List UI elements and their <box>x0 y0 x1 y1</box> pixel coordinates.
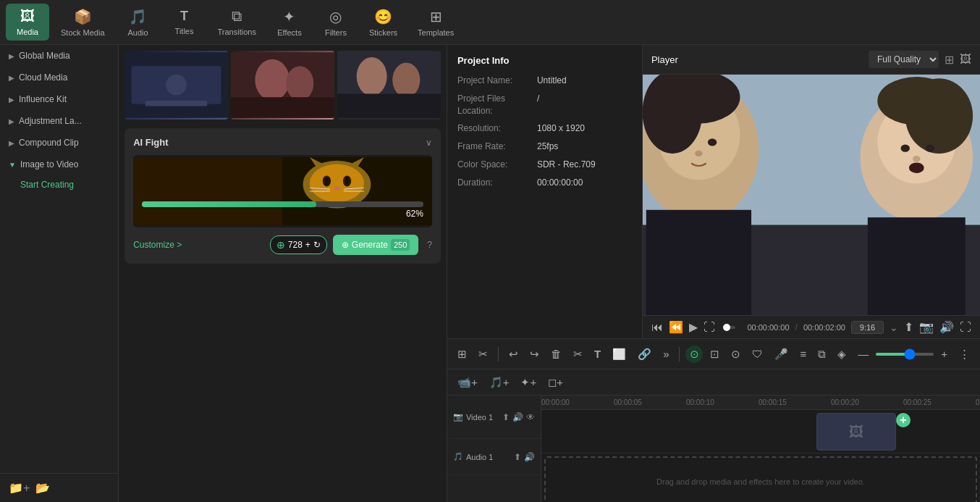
generate-button[interactable]: ⊕ Generate 250 <box>333 235 418 255</box>
transitions-icon: ⧉ <box>232 8 242 25</box>
nav-templates[interactable]: ⊞ Templates <box>409 4 462 41</box>
voice-tool[interactable]: 🎤 <box>770 345 793 364</box>
svg-point-5 <box>255 59 290 101</box>
upload-track-icon[interactable]: ⬆ <box>502 412 510 422</box>
nav-stock-media[interactable]: 📦 Stock Media <box>52 4 114 41</box>
more-options-button[interactable]: ⋮ <box>955 345 974 364</box>
nav-filters[interactable]: ◎ Filters <box>314 4 358 41</box>
credits-icon: ⊕ <box>276 239 285 251</box>
player-controls-bar: ⏮ ⏪ ▶ ⛶ 00:00:00:00 / 00:00:02:00 ⌄ <box>643 315 980 338</box>
nav-titles[interactable]: T Titles <box>163 4 206 40</box>
save-frame-button[interactable]: ⬆ <box>904 320 913 334</box>
framerate-row: Frame Rate: 25fps <box>457 141 632 153</box>
text-tool[interactable]: T <box>590 345 605 363</box>
customize-button[interactable]: Customize > <box>133 240 182 250</box>
more-tools-button[interactable]: » <box>659 345 673 363</box>
sidebar-collapse-button[interactable]: ‹ <box>118 259 119 288</box>
grid-view-icon[interactable]: ⊞ <box>945 53 954 67</box>
redo-button[interactable]: ↪ <box>525 345 544 364</box>
ai-tool[interactable]: ⊙ <box>727 345 745 364</box>
mute-track-icon[interactable]: 🔊 <box>512 412 523 422</box>
player-progress-thumb <box>723 324 730 331</box>
fps-display[interactable] <box>851 321 884 334</box>
prev-frame-button[interactable]: ⏮ <box>651 321 663 334</box>
new-folder-icon[interactable]: 📂 <box>35 481 50 495</box>
mute-audio-icon[interactable]: 🔊 <box>524 452 535 462</box>
add-audio-track-icon[interactable]: 🎵+ <box>485 373 514 392</box>
sidebar-item-cloud-media[interactable]: ▶ Cloud Media <box>0 67 118 88</box>
settings-button[interactable]: ⛶ <box>960 321 971 334</box>
link-tool[interactable]: 🔗 <box>633 345 656 364</box>
quality-select[interactable]: Full Quality 1/2 Quality 1/4 Quality <box>869 51 939 68</box>
add-compound-icon[interactable]: ◻+ <box>544 373 567 392</box>
sidebar-item-image-to-video[interactable]: ▼ Image to Video <box>0 154 118 175</box>
player-video-area <box>643 75 980 315</box>
sidebar-item-compound-clip[interactable]: ▶ Compound Clip <box>0 132 118 154</box>
sidebar-item-influence-kit[interactable]: ▶ Influence Kit <box>0 88 118 110</box>
player-progress-track[interactable] <box>727 326 735 329</box>
delete-button[interactable]: 🗑 <box>546 345 566 363</box>
crop-tool[interactable]: ⬜ <box>608 345 630 364</box>
track-area: 📷 Video 1 ⬆ 🔊 👁 🎵 Audio 1 ⬆ � <box>447 396 980 502</box>
zoom-slider[interactable] <box>876 353 934 356</box>
nav-stickers[interactable]: 😊 Stickers <box>360 4 406 41</box>
eye-track-icon[interactable]: 👁 <box>526 412 535 422</box>
zoom-out-button[interactable]: — <box>853 345 873 363</box>
svg-point-45 <box>913 156 920 162</box>
player-top-bar: Player Full Quality 1/2 Quality 1/4 Qual… <box>643 45 980 75</box>
ai-panel-preview: 62% <box>133 155 432 227</box>
credits-badge[interactable]: ⊕ 728 + ↻ <box>270 235 327 254</box>
ripple-tool[interactable]: ✂ <box>474 345 492 364</box>
clip-thumbnail-icon: 🖼 <box>849 424 863 440</box>
nav-effects[interactable]: ✦ Effects <box>268 4 311 41</box>
ai-progress-overlay: 62% <box>142 201 423 219</box>
video-clip[interactable]: 🖼 <box>816 413 896 451</box>
snap-button[interactable]: ⊙ <box>685 346 703 363</box>
sidebar-sub-item-start-creating[interactable]: Start Creating <box>0 175 118 194</box>
volume-button[interactable]: 🔊 <box>939 320 954 334</box>
help-icon[interactable]: ? <box>427 240 432 250</box>
subtitle-tool[interactable]: ≡ <box>795 345 811 363</box>
snapshot-button[interactable]: 📷 <box>919 320 934 334</box>
undo-button[interactable]: ↩ <box>504 345 523 364</box>
add-video-track-icon[interactable]: 📹+ <box>453 373 482 392</box>
svg-point-42 <box>877 77 955 125</box>
mask-tool[interactable]: 🛡 <box>748 345 767 363</box>
cut-button[interactable]: ✂ <box>569 345 587 364</box>
drop-zone[interactable]: Drag and drop media and effects here to … <box>544 456 977 502</box>
nav-transitions[interactable]: ⧉ Transitions <box>209 4 265 41</box>
nav-audio[interactable]: 🎵 Audio <box>117 4 160 41</box>
media-thumb-3[interactable] <box>337 51 441 120</box>
add-folder-icon[interactable]: 📁+ <box>9 481 30 495</box>
add-clip-button[interactable]: + <box>896 413 911 427</box>
svg-point-21 <box>325 177 329 185</box>
add-effect-track-icon[interactable]: ✦+ <box>516 373 541 392</box>
upload-audio-icon[interactable]: ⬆ <box>514 452 521 462</box>
fullscreen-button[interactable]: ⛶ <box>704 321 715 334</box>
svg-rect-11 <box>337 93 441 117</box>
arrow-expanded-icon: ▼ <box>9 161 16 169</box>
project-name-row: Project Name: Untitled <box>457 75 632 87</box>
image-view-icon[interactable]: 🖼 <box>960 53 971 66</box>
transition-timeline-tool[interactable]: ⧉ <box>814 345 830 364</box>
segment-tool[interactable]: ⊞ <box>453 345 471 364</box>
titles-icon: T <box>180 9 188 24</box>
chevron-fps-icon[interactable]: ⌄ <box>890 322 898 333</box>
duration-row: Duration: 00:00:00:00 <box>457 177 632 189</box>
zoom-in-button[interactable]: + <box>937 345 952 363</box>
nav-media[interactable]: 🖼 Media <box>6 4 49 41</box>
video-track-drop-zone[interactable]: 🖼 + <box>541 410 980 453</box>
sidebar-item-global-media[interactable]: ▶ Global Media <box>0 45 118 67</box>
refresh-icon[interactable]: ↻ <box>313 240 321 250</box>
play-button[interactable]: ▶ <box>689 320 698 334</box>
svg-point-44 <box>926 144 934 151</box>
media-thumb-2[interactable] <box>231 51 334 120</box>
sidebar-item-adjustment-layer[interactable]: ▶ Adjustment La... <box>0 110 118 132</box>
ai-panel-close-button[interactable]: ∨ <box>426 138 432 148</box>
progress-bar-background <box>142 201 423 207</box>
media-thumb-1[interactable] <box>124 51 228 120</box>
player-section: Player Full Quality 1/2 Quality 1/4 Qual… <box>643 45 980 338</box>
keyframe-tool[interactable]: ◈ <box>833 345 850 364</box>
split-tool[interactable]: ⊡ <box>706 345 724 364</box>
play-reverse-button[interactable]: ⏪ <box>669 320 683 334</box>
